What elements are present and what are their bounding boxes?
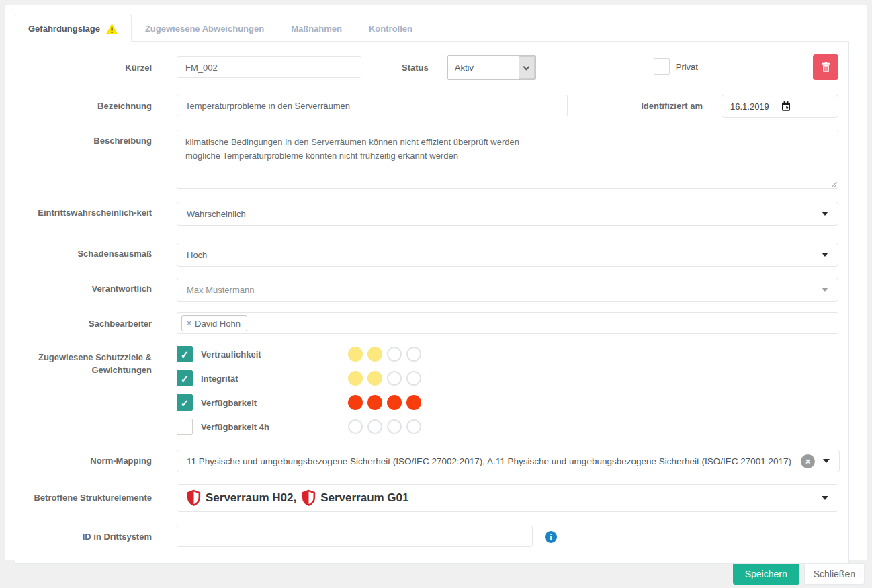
weight-dots (348, 395, 421, 410)
struct-item-label: Serverraum H02, (206, 491, 296, 505)
schadensausmass-dropdown[interactable]: Hoch (177, 243, 838, 267)
save-button[interactable]: Speichern (733, 563, 799, 585)
tab-zugewiesene-abweichungen[interactable]: Zugewiesene Abweichungen (132, 15, 277, 41)
schadensausmass-label: Schadensausmaß (26, 243, 152, 261)
privat-checkbox[interactable] (654, 58, 670, 75)
struct-item: Serverraum H02, (187, 489, 296, 507)
trash-icon (821, 62, 831, 73)
schutzziel-row: ✓ Integrität (177, 370, 421, 386)
tab-label: Gefährdungslage (28, 24, 100, 34)
weight-dot[interactable] (348, 347, 363, 362)
schutzziel-name: Verfügbarkeit (201, 398, 348, 408)
norm-mapping-value: 11 Physische und umgebungsbezogene Siche… (187, 456, 791, 466)
caret-down-icon (822, 288, 828, 292)
shield-icon (187, 489, 201, 507)
weight-dot[interactable] (367, 419, 382, 434)
weight-dot[interactable] (348, 419, 363, 434)
tab-massnahmen[interactable]: Maßnahmen (277, 15, 355, 41)
weight-dots (348, 347, 421, 362)
tab-gefaehrdungslage[interactable]: Gefährdungslage (15, 15, 132, 42)
weight-dot[interactable] (406, 395, 421, 410)
warning-icon (105, 23, 118, 34)
weight-dot[interactable] (367, 371, 382, 386)
footer-bar: Speichern Schließen (0, 560, 872, 588)
kuerzel-label: Kürzel (26, 56, 152, 75)
eintrittswahrscheinlichkeit-label: Eintrittswahrscheinlich-keit (26, 202, 152, 220)
schutzziel-row: Verfügbarkeit 4h (177, 419, 421, 435)
id-drittsystem-label: ID in Drittsystem (26, 526, 152, 544)
tab-bar: Gefährdungslage Zugewiesene Abweichungen… (5, 5, 867, 41)
status-label: Status (402, 56, 429, 75)
schutzziel-checkbox[interactable]: ✓ (177, 346, 193, 362)
close-button[interactable]: Schließen (804, 563, 865, 585)
schutzziel-checkbox[interactable] (177, 419, 193, 435)
weight-dot[interactable] (387, 347, 402, 362)
identifiziert-am-label: Identifiziert am (641, 95, 703, 113)
delete-button[interactable] (813, 54, 838, 80)
status-select[interactable]: Aktiv (447, 55, 536, 80)
tab-label: Zugewiesene Abweichungen (145, 24, 264, 34)
id-drittsystem-input[interactable] (177, 526, 533, 547)
weight-dots (348, 371, 421, 386)
identifiziert-am-date-input[interactable]: 16.1.2019 (722, 95, 838, 118)
eintrittswahrscheinlichkeit-dropdown[interactable]: Wahrscheinlich (177, 202, 838, 226)
beschreibung-label: Beschreibung (26, 130, 152, 148)
clear-icon[interactable]: × (801, 454, 815, 468)
schutzziel-row: ✓ Verfügbarkeit (177, 394, 421, 411)
weight-dot[interactable] (406, 347, 421, 362)
beschreibung-textarea[interactable]: klimatische Bedingungen in den Serverräu… (177, 130, 838, 189)
strukturelemente-label: Betroffene Strukturelemente (26, 484, 152, 505)
schutzziel-checkbox[interactable]: ✓ (177, 394, 193, 411)
sachbearbeiter-label: Sachbearbeiter (26, 312, 152, 331)
bezeichnung-label: Bezeichnung (26, 95, 152, 113)
caret-down-icon (822, 253, 828, 257)
weight-dots (348, 419, 421, 434)
calendar-icon[interactable] (781, 101, 831, 112)
schutzziele-label: Zugewiesene Schutzziele & Gewichtungen (26, 346, 152, 377)
schutzziel-name: Integrität (201, 374, 348, 384)
weight-dot[interactable] (348, 395, 363, 410)
caret-down-icon (822, 212, 828, 216)
weight-dot[interactable] (387, 395, 402, 410)
schutzziele-list: ✓ Vertraulichkeit ✓ Integrität ✓ Verfügb… (177, 346, 421, 435)
status-select-value: Aktiv (448, 62, 518, 73)
tag-chip: × David Hohn (181, 315, 247, 331)
caret-down-icon (822, 496, 828, 500)
weight-dot[interactable] (367, 395, 382, 410)
shield-icon (302, 489, 316, 507)
schutzziel-name: Vertraulichkeit (201, 349, 348, 360)
kuerzel-input[interactable] (177, 56, 361, 78)
schutzziel-name: Verfügbarkeit 4h (201, 422, 348, 432)
verantwortlich-label: Verantwortlich (26, 278, 152, 296)
info-icon[interactable]: i (545, 531, 557, 543)
weight-dot[interactable] (348, 371, 363, 386)
schutzziel-checkbox[interactable]: ✓ (177, 370, 193, 386)
verantwortlich-dropdown[interactable]: Max Mustermann (177, 278, 838, 302)
tab-content: Kürzel Status Aktiv Privat Bezeichnu (15, 41, 849, 564)
bezeichnung-input[interactable] (177, 95, 568, 116)
strukturelemente-dropdown[interactable]: Serverraum H02, Serverraum G01 (177, 484, 838, 512)
weight-dot[interactable] (367, 347, 382, 362)
schutzziel-row: ✓ Vertraulichkeit (177, 346, 421, 362)
weight-dot[interactable] (387, 371, 402, 386)
dropdown-value: Wahrscheinlich (187, 209, 814, 219)
tag-label: David Hohn (195, 319, 241, 329)
privat-label: Privat (676, 62, 698, 72)
date-value: 16.1.2019 (730, 101, 781, 112)
caret-down-icon (823, 459, 830, 463)
tab-kontrollen[interactable]: Kontrollen (355, 15, 426, 41)
weight-dot[interactable] (406, 419, 421, 434)
struct-item-label: Serverraum G01 (320, 491, 408, 505)
norm-mapping-dropdown[interactable]: 11 Physische und umgebungsbezogene Siche… (177, 450, 840, 472)
dropdown-value: Max Mustermann (187, 285, 814, 295)
chevron-down-icon (519, 56, 535, 79)
struct-item: Serverraum G01 (302, 489, 408, 507)
detail-panel: Gefährdungslage Zugewiesene Abweichungen… (5, 5, 867, 560)
tab-label: Maßnahmen (291, 24, 342, 34)
tab-label: Kontrollen (369, 24, 412, 34)
remove-tag-icon[interactable]: × (187, 319, 191, 328)
weight-dot[interactable] (387, 419, 402, 434)
dropdown-value: Hoch (187, 250, 814, 260)
weight-dot[interactable] (406, 371, 421, 386)
sachbearbeiter-tag-input[interactable]: × David Hohn (177, 312, 838, 334)
